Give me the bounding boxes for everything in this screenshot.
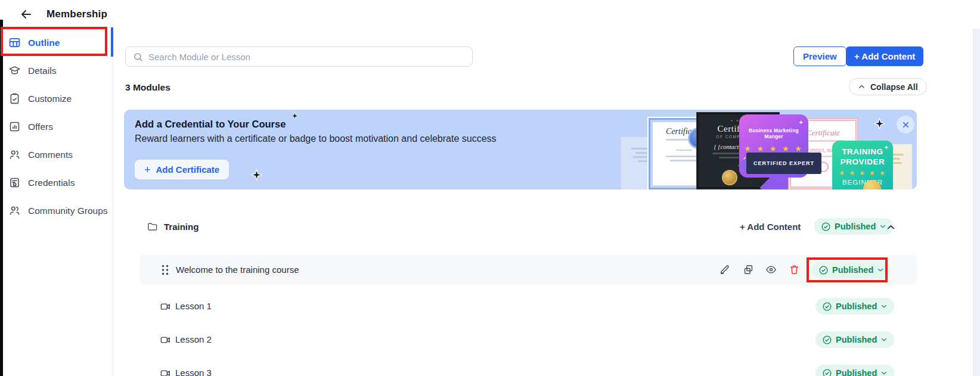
sparkle-icon: ✦ bbox=[836, 189, 841, 189]
sidebar-item-customize[interactable]: Customize bbox=[3, 85, 113, 113]
chevron-up-icon bbox=[858, 83, 866, 91]
chevron-down-icon bbox=[880, 303, 888, 310]
collapse-all-label: Collapse All bbox=[870, 82, 918, 92]
left-edge-panel bbox=[0, 20, 3, 376]
sidebar-item-label: Offers bbox=[28, 122, 53, 132]
delete-icon[interactable] bbox=[789, 264, 800, 275]
sidebar-item-outline[interactable]: Outline bbox=[3, 29, 113, 57]
sparkle-icon: ✦ bbox=[884, 144, 889, 151]
banner-title: Add a Credential to Your Course bbox=[135, 119, 286, 130]
chevron-down-icon bbox=[880, 336, 888, 343]
chevron-down-icon bbox=[877, 266, 884, 274]
module-add-content-button[interactable]: + Add Content bbox=[740, 222, 801, 232]
lesson-status-dropdown[interactable]: Published bbox=[812, 262, 891, 278]
preview-button[interactable]: Preview bbox=[793, 46, 846, 66]
module-name[interactable]: Training bbox=[164, 222, 199, 232]
lesson-title: Lesson 1 bbox=[175, 301, 212, 311]
sidebar-item-comments[interactable]: Comments bbox=[3, 141, 113, 169]
sidebar-item-label: Community Groups bbox=[28, 206, 108, 216]
sidebar-item-label: Credentials bbox=[28, 178, 75, 188]
badge-stars: ★ ★ ★ ★ ★ bbox=[739, 144, 808, 153]
clipboard-check-icon bbox=[8, 92, 21, 105]
video-camera-icon bbox=[160, 334, 171, 346]
lesson-title: Lesson 3 bbox=[175, 368, 212, 376]
badge-stars: ★ ★ ★ ★ ★ bbox=[832, 169, 893, 177]
check-circle-icon bbox=[818, 265, 829, 275]
cert-line bbox=[670, 160, 697, 161]
folder-icon bbox=[147, 221, 158, 232]
add-certificate-label: Add Certificate bbox=[156, 164, 220, 175]
check-circle-icon bbox=[822, 302, 832, 312]
badge-level: BEGINNER bbox=[832, 179, 893, 186]
sidebar-item-details[interactable]: Details bbox=[3, 57, 113, 85]
top-bar: Membership bbox=[0, 0, 980, 29]
table-grid-icon bbox=[8, 36, 21, 49]
check-circle-icon bbox=[821, 222, 831, 232]
check-circle-icon bbox=[822, 335, 832, 345]
graduation-cap-icon bbox=[8, 64, 21, 77]
module-status-dropdown[interactable]: Published bbox=[814, 218, 893, 235]
gold-seal bbox=[722, 170, 737, 185]
module-collapse-chevron[interactable] bbox=[886, 222, 896, 232]
lesson-status-dropdown[interactable]: Published bbox=[815, 298, 894, 315]
sidebar-item-label: Customize bbox=[28, 94, 72, 104]
sidebar-item-label: Comments bbox=[28, 150, 73, 160]
video-camera-icon bbox=[160, 368, 171, 376]
sidebar-item-community-groups[interactable]: Community Groups bbox=[3, 197, 113, 225]
status-label: Published bbox=[836, 302, 877, 311]
video-camera-icon bbox=[160, 301, 171, 312]
search-icon bbox=[133, 52, 143, 62]
sparkle-icon: ✦ bbox=[799, 119, 804, 126]
collapse-all-button[interactable]: Collapse All bbox=[849, 78, 927, 95]
course-sidebar: Outline Details Customize Offers Comment… bbox=[3, 29, 113, 376]
lesson-status-dropdown[interactable]: Published bbox=[815, 365, 894, 376]
drag-handle-icon[interactable] bbox=[162, 265, 169, 275]
chevron-down-icon bbox=[880, 369, 888, 376]
lesson-title: Welcome to the training course bbox=[176, 265, 299, 275]
lesson-row-welcome[interactable]: Welcome to the training course Published bbox=[140, 255, 917, 285]
close-icon bbox=[902, 121, 910, 129]
active-tab-indicator bbox=[111, 27, 113, 57]
sidebar-item-credentials[interactable]: Credentials bbox=[3, 169, 113, 197]
certified-expert-ribbon: CERTIFIED EXPERT bbox=[746, 153, 821, 174]
lesson-title: Lesson 2 bbox=[175, 334, 212, 344]
bar-chart-icon bbox=[8, 120, 21, 133]
status-label: Published bbox=[832, 265, 873, 275]
sparkle-cursor-icon bbox=[874, 118, 885, 129]
credential-banner: Add a Credential to Your Course Reward l… bbox=[124, 110, 917, 189]
page-title: Membership bbox=[46, 8, 107, 20]
sidebar-item-offers[interactable]: Offers bbox=[3, 113, 113, 141]
sparkle-cursor-icon bbox=[251, 169, 262, 181]
status-label: Published bbox=[836, 368, 877, 376]
search-input[interactable] bbox=[148, 52, 465, 62]
search-box bbox=[125, 46, 473, 67]
banner-close-button[interactable] bbox=[897, 116, 914, 133]
sparkle-icon bbox=[291, 112, 299, 120]
plus-icon: + bbox=[144, 164, 151, 175]
sidebar-item-label: Details bbox=[28, 66, 56, 76]
add-certificate-button[interactable]: + Add Certificate bbox=[135, 160, 229, 179]
lesson-status-dropdown[interactable]: Published bbox=[815, 331, 894, 348]
certificate-icon bbox=[8, 176, 21, 189]
lesson-row[interactable]: Lesson 1 Published bbox=[140, 298, 917, 315]
back-arrow-icon[interactable] bbox=[19, 7, 33, 21]
banner-subtitle: Reward learners with a certificate or ba… bbox=[135, 133, 497, 144]
people-icon bbox=[8, 148, 21, 161]
people-group-icon bbox=[8, 204, 21, 217]
status-label: Published bbox=[836, 335, 877, 344]
sidebar-item-label: Outline bbox=[28, 38, 60, 48]
status-label: Published bbox=[835, 222, 876, 231]
badge-art-teal: ✦ ✦ TRAINING PROVIDER ★ ★ ★ ★ ★ BEGINNER bbox=[832, 141, 893, 189]
lesson-row[interactable]: Lesson 2 Published bbox=[140, 331, 917, 348]
duplicate-icon[interactable] bbox=[743, 264, 754, 275]
lesson-row[interactable]: Lesson 3 Published bbox=[140, 365, 917, 376]
preview-eye-icon[interactable] bbox=[765, 264, 777, 275]
badge-title: Business Marketing Manger bbox=[739, 128, 808, 139]
badge-line2: PROVIDER bbox=[832, 157, 893, 167]
check-circle-icon bbox=[822, 368, 832, 376]
vertical-scrollbar[interactable] bbox=[973, 29, 980, 376]
add-content-button[interactable]: + Add Content bbox=[846, 46, 923, 66]
edit-icon[interactable] bbox=[719, 264, 730, 275]
course-builder-page: Membership Outline Details Customize bbox=[0, 0, 980, 376]
modules-count: 3 Modules bbox=[125, 82, 170, 93]
